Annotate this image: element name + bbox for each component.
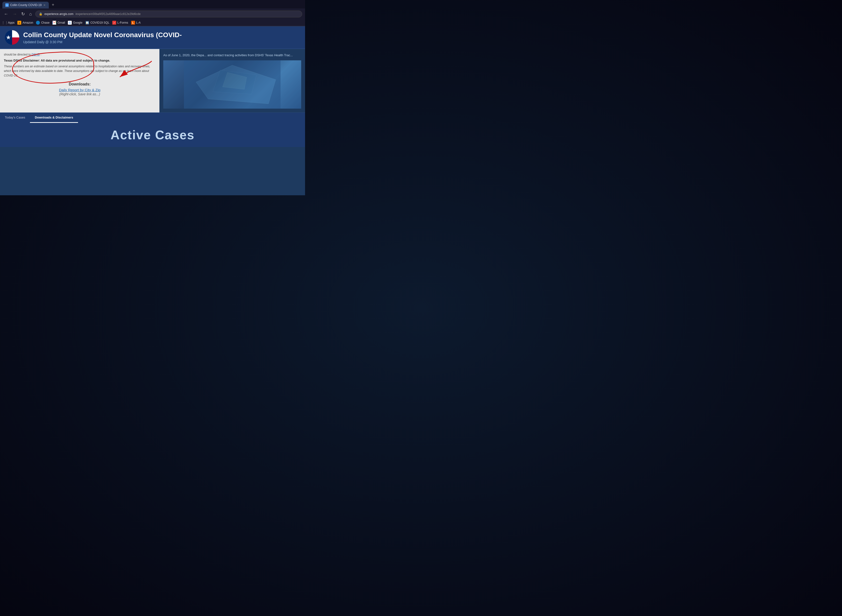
browser-tab[interactable]: a Collin County COVID-19 × — [2, 2, 49, 9]
disclaimer-bold-text: Texas DSHS Disclaimer: All data are prov… — [4, 59, 156, 62]
texas-flag-logo: ★ — [5, 30, 19, 45]
disclaimer-top: should be directed to DSHS . — [4, 53, 156, 56]
bookmark-gmail[interactable]: Gmail — [52, 21, 65, 25]
page-content: ★ Collin County Update Novel Coronavirus… — [0, 26, 305, 195]
svg-text:G: G — [69, 21, 71, 24]
daily-report-link[interactable]: Daily Report by City & Zip — [4, 88, 156, 92]
browser-chrome: a Collin County COVID-19 × + ← → ↻ ⌂ 🔒 e… — [0, 0, 305, 26]
tab-close-button[interactable]: × — [43, 3, 46, 7]
page-header: ★ Collin County Update Novel Coronavirus… — [0, 26, 305, 49]
right-panel: As of June 1, 2020, the Depa... and cont… — [159, 49, 305, 113]
downloads-section: Downloads: Daily Report by City & Zip (R… — [4, 82, 156, 96]
map-container[interactable] — [163, 60, 301, 109]
covid-sql-icon: 📊 — [85, 21, 89, 25]
tabs-bar: Today's Cases Downloads & Disclaimers — [0, 113, 305, 123]
page-subtitle: Updated Daily @ 3:30 PM — [23, 40, 182, 44]
download-hint: (Right-click, Save link as...) — [59, 92, 100, 96]
bookmark-amazon-label: Amazon — [22, 21, 33, 24]
svg-text:a: a — [6, 4, 8, 6]
texas-star-icon: ★ — [6, 35, 11, 40]
bookmark-covid-sql-label: COVID19 SQL — [90, 21, 109, 24]
forward-button[interactable]: → — [12, 10, 18, 18]
amazon-icon: a — [18, 21, 21, 25]
url-path: /experience/c00baf45f12a4899aae1c812e29d… — [75, 12, 141, 16]
la-icon: L — [131, 21, 135, 25]
bookmark-amazon[interactable]: a Amazon — [18, 21, 33, 25]
bookmark-chase[interactable]: Chase — [36, 21, 50, 25]
tab-todays-cases[interactable]: Today's Cases — [0, 113, 30, 123]
bookmark-lforms[interactable]: ✓ L-Forms — [112, 21, 128, 25]
url-domain: experience.arcgis.com — [44, 12, 73, 16]
page-title: Collin County Update Novel Coronavirus (… — [23, 31, 182, 39]
bookmark-gmail-label: Gmail — [57, 21, 65, 24]
lforms-icon: ✓ — [112, 21, 116, 25]
bookmark-google-label: Google — [73, 21, 82, 24]
tab-title: Collin County COVID-19 — [10, 3, 41, 7]
back-button[interactable]: ← — [3, 10, 9, 18]
bookmark-apps[interactable]: ⋮⋮ Apps — [3, 21, 15, 25]
chase-icon — [36, 21, 40, 25]
bookmark-google[interactable]: G Google — [68, 21, 82, 25]
downloads-label: Downloads: — [4, 82, 156, 87]
lock-icon: 🔒 — [39, 12, 43, 16]
bookmark-la[interactable]: L L-A — [131, 21, 141, 25]
dshs-link[interactable]: DSHS — [32, 53, 40, 56]
home-button[interactable]: ⌂ — [28, 10, 33, 18]
disclaimer-italic-text: These numbers are an estimate based on s… — [4, 64, 156, 78]
header-text-block: Collin County Update Novel Coronavirus (… — [23, 31, 182, 44]
bookmarks-bar: ⋮⋮ Apps a Amazon Chase Gmail — [0, 19, 305, 26]
refresh-button[interactable]: ↻ — [20, 10, 26, 18]
bookmark-la-label: L-A — [136, 21, 141, 24]
right-panel-text: As of June 1, 2020, the Depa... and cont… — [163, 53, 301, 58]
map-background — [163, 60, 301, 109]
apps-grid-icon: ⋮⋮ — [3, 21, 7, 25]
main-area: should be directed to DSHS . Texas DSHS … — [0, 49, 305, 113]
left-panel: should be directed to DSHS . Texas DSHS … — [0, 49, 159, 113]
bookmark-apps-label: Apps — [8, 21, 15, 24]
tab-favicon-icon: a — [5, 3, 9, 7]
bookmark-lforms-label: L-Forms — [118, 21, 128, 24]
nav-bar: ← → ↻ ⌂ 🔒 experience.arcgis.com /experie… — [0, 9, 305, 19]
tab-downloads-disclaimers[interactable]: Downloads & Disclaimers — [30, 113, 78, 123]
gmail-icon — [52, 21, 56, 25]
new-tab-button[interactable]: + — [50, 1, 56, 9]
disclaimer-top-text: should be directed to — [4, 53, 32, 56]
tab-bar: a Collin County COVID-19 × + — [0, 0, 305, 9]
address-bar[interactable]: 🔒 experience.arcgis.com /experience/c00b… — [35, 10, 302, 18]
bookmark-chase-label: Chase — [41, 21, 50, 24]
active-cases-title: Active Cases — [5, 128, 300, 142]
bookmark-covid-sql[interactable]: 📊 COVID19 SQL — [85, 21, 109, 25]
active-cases-section: Active Cases — [0, 123, 305, 147]
google-icon: G — [68, 21, 72, 25]
